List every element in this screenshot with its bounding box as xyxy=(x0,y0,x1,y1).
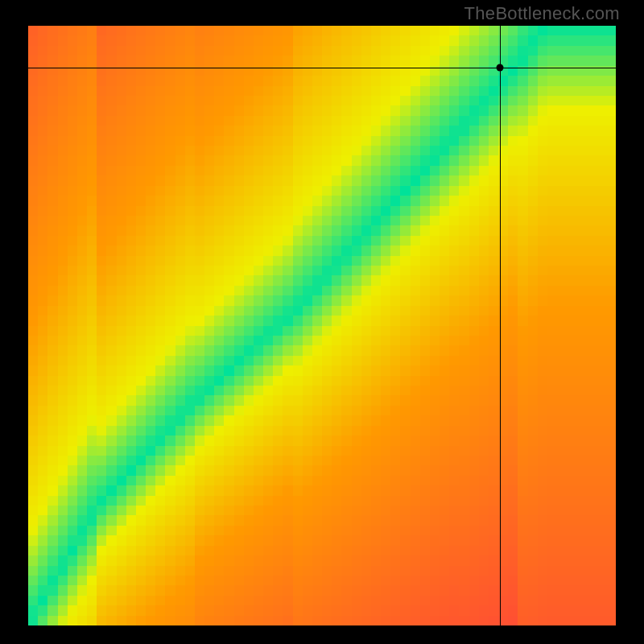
crosshair-horizontal xyxy=(28,68,616,68)
heatmap-canvas xyxy=(28,26,616,625)
watermark-text: TheBottleneck.com xyxy=(464,3,620,24)
crosshair-marker xyxy=(497,64,504,72)
crosshair-vertical xyxy=(500,26,501,625)
chart-frame: TheBottleneck.com xyxy=(0,0,644,644)
